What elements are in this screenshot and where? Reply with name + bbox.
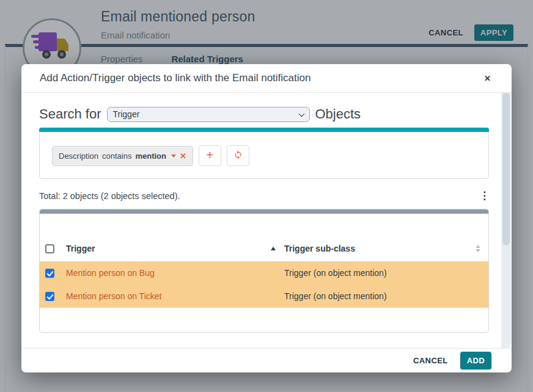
refresh-button[interactable]	[227, 145, 249, 166]
modal-title: Add Action/Trigger objects to link with …	[40, 72, 480, 84]
filter-chip-field: Description	[59, 151, 98, 161]
modal-header: Add Action/Trigger objects to link with …	[21, 64, 512, 93]
search-filter-panel: Description contains mention ✕ +	[39, 128, 489, 179]
add-criterion-button[interactable]: +	[199, 145, 221, 166]
plus-icon: +	[207, 149, 214, 161]
objects-label: Objects	[315, 106, 361, 122]
modal-body: Search for Trigger Objects Description c…	[21, 93, 512, 348]
modal-scrollbar-thumb[interactable]	[502, 93, 510, 245]
row-subclass-value: Trigger (on object mention)	[284, 291, 471, 301]
modal-footer: CANCEL ADD	[21, 348, 512, 372]
total-objects-text: Total: 2 objects (2 objects selected).	[39, 191, 477, 201]
search-class-select[interactable]: Trigger	[107, 107, 310, 122]
chevron-down-icon	[298, 111, 304, 117]
row-subclass-value: Trigger (on object mention)	[284, 268, 471, 278]
table-row[interactable]: Mention person on Bug Trigger (on object…	[40, 261, 488, 285]
modal-cancel-button[interactable]: CANCEL	[413, 356, 448, 365]
row-checkbox[interactable]	[45, 292, 54, 301]
add-objects-modal: Add Action/Trigger objects to link with …	[21, 64, 512, 372]
col-subclass-header[interactable]: Trigger sub-class	[284, 244, 471, 253]
caret-down-icon[interactable]	[171, 154, 176, 158]
close-icon[interactable]: ✕	[480, 71, 494, 85]
select-all-checkbox[interactable]	[45, 244, 54, 253]
filter-panel-accent-bar	[39, 128, 489, 132]
row-trigger-link[interactable]: Mention person on Bug	[66, 268, 284, 278]
filter-panel-body: Description contains mention ✕ +	[40, 132, 488, 178]
filter-chip-value: mention	[135, 151, 166, 161]
col-trigger-header[interactable]: Trigger	[66, 244, 284, 253]
search-class-selected-value: Trigger	[113, 109, 140, 119]
sort-both-icon[interactable]	[471, 245, 485, 252]
results-summary-row: Total: 2 objects (2 objects selected). ⋮	[39, 189, 489, 202]
table-spacer	[40, 214, 488, 236]
remove-filter-icon[interactable]: ✕	[180, 151, 186, 161]
modal-add-button[interactable]: ADD	[460, 352, 491, 369]
results-table: Trigger Trigger sub-class Mention person…	[39, 209, 489, 333]
kebab-menu-icon[interactable]: ⋮	[477, 189, 491, 202]
row-trigger-link[interactable]: Mention person on Ticket	[66, 291, 284, 301]
filter-chip-description-contains-mention[interactable]: Description contains mention ✕	[52, 146, 193, 166]
table-scrollbar-bar[interactable]	[39, 209, 489, 214]
search-for-row: Search for Trigger Objects	[39, 106, 481, 122]
table-row[interactable]: Mention person on Ticket Trigger (on obj…	[40, 285, 488, 308]
row-checkbox[interactable]	[45, 269, 54, 278]
search-for-label: Search for	[39, 106, 101, 122]
filter-chip-operator: contains	[102, 151, 131, 161]
sort-ascending-icon	[271, 247, 276, 250]
table-header-row: Trigger Trigger sub-class	[40, 236, 488, 261]
refresh-icon	[233, 150, 243, 162]
modal-scrollbar[interactable]	[501, 93, 511, 348]
